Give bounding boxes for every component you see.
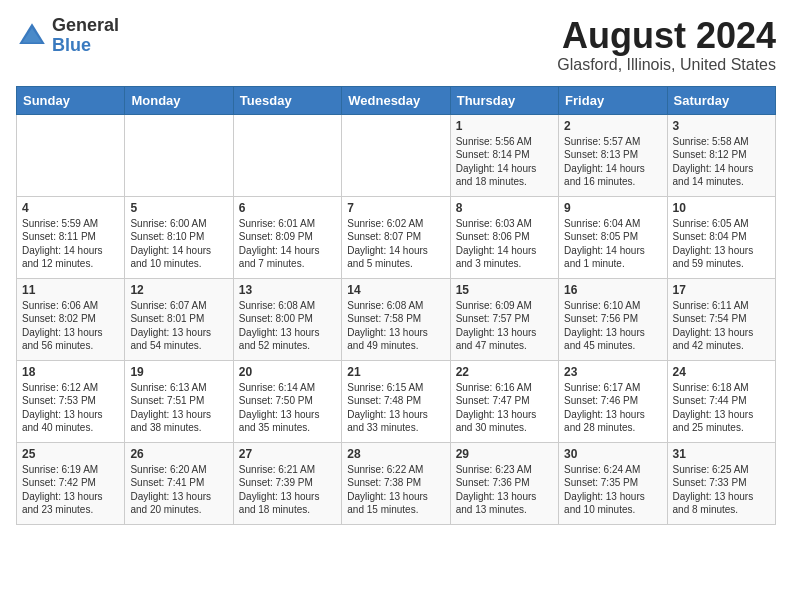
day-number: 29 (456, 447, 553, 461)
day-info: Sunrise: 6:05 AMSunset: 8:04 PMDaylight:… (673, 217, 770, 271)
day-header-tuesday: Tuesday (233, 86, 341, 114)
day-number: 5 (130, 201, 227, 215)
day-info: Sunrise: 6:08 AMSunset: 7:58 PMDaylight:… (347, 299, 444, 353)
calendar-day-13: 13Sunrise: 6:08 AMSunset: 8:00 PMDayligh… (233, 278, 341, 360)
calendar-day-3: 3Sunrise: 5:58 AMSunset: 8:12 PMDaylight… (667, 114, 775, 196)
day-number: 16 (564, 283, 661, 297)
day-info: Sunrise: 6:03 AMSunset: 8:06 PMDaylight:… (456, 217, 553, 271)
day-info: Sunrise: 6:00 AMSunset: 8:10 PMDaylight:… (130, 217, 227, 271)
calendar-day-9: 9Sunrise: 6:04 AMSunset: 8:05 PMDaylight… (559, 196, 667, 278)
day-info: Sunrise: 6:09 AMSunset: 7:57 PMDaylight:… (456, 299, 553, 353)
calendar-day-30: 30Sunrise: 6:24 AMSunset: 7:35 PMDayligh… (559, 442, 667, 524)
day-info: Sunrise: 6:25 AMSunset: 7:33 PMDaylight:… (673, 463, 770, 517)
calendar-day-8: 8Sunrise: 6:03 AMSunset: 8:06 PMDaylight… (450, 196, 558, 278)
day-header-thursday: Thursday (450, 86, 558, 114)
day-info: Sunrise: 6:04 AMSunset: 8:05 PMDaylight:… (564, 217, 661, 271)
day-info: Sunrise: 5:58 AMSunset: 8:12 PMDaylight:… (673, 135, 770, 189)
calendar-day-2: 2Sunrise: 5:57 AMSunset: 8:13 PMDaylight… (559, 114, 667, 196)
calendar-week-row: 4Sunrise: 5:59 AMSunset: 8:11 PMDaylight… (17, 196, 776, 278)
day-info: Sunrise: 6:20 AMSunset: 7:41 PMDaylight:… (130, 463, 227, 517)
day-info: Sunrise: 6:14 AMSunset: 7:50 PMDaylight:… (239, 381, 336, 435)
calendar-day-18: 18Sunrise: 6:12 AMSunset: 7:53 PMDayligh… (17, 360, 125, 442)
day-header-monday: Monday (125, 86, 233, 114)
day-info: Sunrise: 6:08 AMSunset: 8:00 PMDaylight:… (239, 299, 336, 353)
day-number: 30 (564, 447, 661, 461)
day-number: 24 (673, 365, 770, 379)
day-number: 21 (347, 365, 444, 379)
day-info: Sunrise: 6:01 AMSunset: 8:09 PMDaylight:… (239, 217, 336, 271)
calendar-day-1: 1Sunrise: 5:56 AMSunset: 8:14 PMDaylight… (450, 114, 558, 196)
day-info: Sunrise: 6:23 AMSunset: 7:36 PMDaylight:… (456, 463, 553, 517)
calendar-day-7: 7Sunrise: 6:02 AMSunset: 8:07 PMDaylight… (342, 196, 450, 278)
calendar-week-row: 18Sunrise: 6:12 AMSunset: 7:53 PMDayligh… (17, 360, 776, 442)
day-number: 13 (239, 283, 336, 297)
calendar-day-20: 20Sunrise: 6:14 AMSunset: 7:50 PMDayligh… (233, 360, 341, 442)
day-info: Sunrise: 6:17 AMSunset: 7:46 PMDaylight:… (564, 381, 661, 435)
calendar-day-21: 21Sunrise: 6:15 AMSunset: 7:48 PMDayligh… (342, 360, 450, 442)
day-number: 23 (564, 365, 661, 379)
day-info: Sunrise: 6:12 AMSunset: 7:53 PMDaylight:… (22, 381, 119, 435)
day-info: Sunrise: 6:22 AMSunset: 7:38 PMDaylight:… (347, 463, 444, 517)
day-header-sunday: Sunday (17, 86, 125, 114)
day-number: 11 (22, 283, 119, 297)
calendar-header-row: SundayMondayTuesdayWednesdayThursdayFrid… (17, 86, 776, 114)
calendar-day-19: 19Sunrise: 6:13 AMSunset: 7:51 PMDayligh… (125, 360, 233, 442)
day-number: 7 (347, 201, 444, 215)
calendar-week-row: 1Sunrise: 5:56 AMSunset: 8:14 PMDaylight… (17, 114, 776, 196)
calendar-day-24: 24Sunrise: 6:18 AMSunset: 7:44 PMDayligh… (667, 360, 775, 442)
logo-blue: Blue (52, 36, 119, 56)
day-info: Sunrise: 6:11 AMSunset: 7:54 PMDaylight:… (673, 299, 770, 353)
day-number: 19 (130, 365, 227, 379)
calendar-day-6: 6Sunrise: 6:01 AMSunset: 8:09 PMDaylight… (233, 196, 341, 278)
day-info: Sunrise: 6:18 AMSunset: 7:44 PMDaylight:… (673, 381, 770, 435)
logo-general: General (52, 16, 119, 36)
calendar-week-row: 11Sunrise: 6:06 AMSunset: 8:02 PMDayligh… (17, 278, 776, 360)
calendar-day-22: 22Sunrise: 6:16 AMSunset: 7:47 PMDayligh… (450, 360, 558, 442)
day-number: 9 (564, 201, 661, 215)
day-number: 14 (347, 283, 444, 297)
day-info: Sunrise: 6:21 AMSunset: 7:39 PMDaylight:… (239, 463, 336, 517)
calendar-day-15: 15Sunrise: 6:09 AMSunset: 7:57 PMDayligh… (450, 278, 558, 360)
day-number: 4 (22, 201, 119, 215)
day-info: Sunrise: 5:57 AMSunset: 8:13 PMDaylight:… (564, 135, 661, 189)
title-area: August 2024 Glasford, Illinois, United S… (557, 16, 776, 74)
day-number: 28 (347, 447, 444, 461)
day-info: Sunrise: 6:15 AMSunset: 7:48 PMDaylight:… (347, 381, 444, 435)
calendar-day-29: 29Sunrise: 6:23 AMSunset: 7:36 PMDayligh… (450, 442, 558, 524)
day-info: Sunrise: 6:06 AMSunset: 8:02 PMDaylight:… (22, 299, 119, 353)
day-number: 10 (673, 201, 770, 215)
empty-cell (233, 114, 341, 196)
empty-cell (17, 114, 125, 196)
day-number: 8 (456, 201, 553, 215)
day-number: 22 (456, 365, 553, 379)
calendar-day-10: 10Sunrise: 6:05 AMSunset: 8:04 PMDayligh… (667, 196, 775, 278)
day-header-saturday: Saturday (667, 86, 775, 114)
calendar-day-5: 5Sunrise: 6:00 AMSunset: 8:10 PMDaylight… (125, 196, 233, 278)
day-header-friday: Friday (559, 86, 667, 114)
logo-text: General Blue (52, 16, 119, 56)
calendar-day-11: 11Sunrise: 6:06 AMSunset: 8:02 PMDayligh… (17, 278, 125, 360)
month-title: August 2024 (557, 16, 776, 56)
empty-cell (125, 114, 233, 196)
calendar-day-12: 12Sunrise: 6:07 AMSunset: 8:01 PMDayligh… (125, 278, 233, 360)
day-number: 20 (239, 365, 336, 379)
calendar-day-4: 4Sunrise: 5:59 AMSunset: 8:11 PMDaylight… (17, 196, 125, 278)
calendar-day-31: 31Sunrise: 6:25 AMSunset: 7:33 PMDayligh… (667, 442, 775, 524)
logo: General Blue (16, 16, 119, 56)
day-info: Sunrise: 6:24 AMSunset: 7:35 PMDaylight:… (564, 463, 661, 517)
calendar-day-25: 25Sunrise: 6:19 AMSunset: 7:42 PMDayligh… (17, 442, 125, 524)
day-number: 17 (673, 283, 770, 297)
calendar-day-28: 28Sunrise: 6:22 AMSunset: 7:38 PMDayligh… (342, 442, 450, 524)
location: Glasford, Illinois, United States (557, 56, 776, 74)
day-number: 18 (22, 365, 119, 379)
logo-icon (16, 20, 48, 52)
day-info: Sunrise: 6:13 AMSunset: 7:51 PMDaylight:… (130, 381, 227, 435)
calendar-day-23: 23Sunrise: 6:17 AMSunset: 7:46 PMDayligh… (559, 360, 667, 442)
calendar-day-26: 26Sunrise: 6:20 AMSunset: 7:41 PMDayligh… (125, 442, 233, 524)
page-header: General Blue August 2024 Glasford, Illin… (16, 16, 776, 74)
empty-cell (342, 114, 450, 196)
day-info: Sunrise: 6:07 AMSunset: 8:01 PMDaylight:… (130, 299, 227, 353)
calendar-day-14: 14Sunrise: 6:08 AMSunset: 7:58 PMDayligh… (342, 278, 450, 360)
calendar-day-27: 27Sunrise: 6:21 AMSunset: 7:39 PMDayligh… (233, 442, 341, 524)
day-info: Sunrise: 6:02 AMSunset: 8:07 PMDaylight:… (347, 217, 444, 271)
